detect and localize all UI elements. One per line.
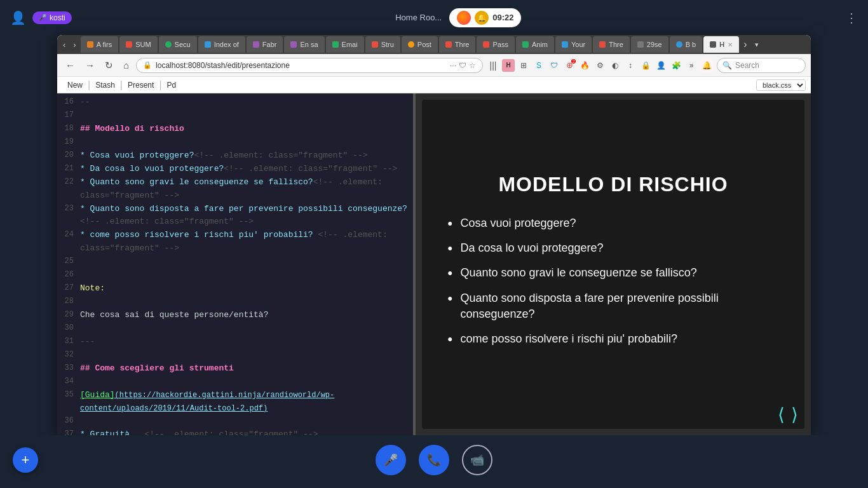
tab-sum[interactable]: SUM xyxy=(119,36,157,53)
add-button[interactable]: + xyxy=(13,447,38,473)
slide-next-button[interactable]: ⟩ xyxy=(791,406,798,424)
toggle-icon[interactable]: ◐ xyxy=(609,59,621,72)
tab-label: Thre xyxy=(455,41,470,48)
video-button[interactable]: 📹 xyxy=(462,445,492,475)
slide-prev-button[interactable]: ⟨ xyxy=(778,406,785,424)
bookmarks-icon[interactable]: ||| xyxy=(487,59,499,72)
grid-icon[interactable]: ⊞ xyxy=(517,59,530,72)
slide-content: MODELLO DI RISCHIO Cosa vuoi proteggere?… xyxy=(447,173,779,356)
tab-secu[interactable]: Secu xyxy=(159,36,197,53)
fire-icon[interactable]: 🔥 xyxy=(578,59,591,72)
tab-label: Stru xyxy=(381,41,394,48)
tab-more-button[interactable]: › xyxy=(740,37,750,51)
tab-close-icon[interactable]: ✕ xyxy=(728,41,733,48)
bookmark-icon[interactable]: 🛡 xyxy=(459,61,466,70)
home-button[interactable]: ⌂ xyxy=(120,58,132,72)
tab-favicon xyxy=(332,41,339,48)
tab-fabr[interactable]: Fabr xyxy=(247,36,283,53)
tab-forward-button[interactable]: › xyxy=(70,39,79,51)
tab-favicon xyxy=(445,41,452,48)
sync-icon[interactable]: ↕ xyxy=(624,59,637,72)
extensions-icon[interactable]: H xyxy=(502,59,515,72)
tab-h-active[interactable]: H ✕ xyxy=(703,36,739,53)
url-text[interactable]: localhost:8080/stash/edit/presentazione xyxy=(156,61,446,70)
tab-label: Fabr xyxy=(262,41,277,48)
code-line-30: 30 xyxy=(57,322,413,336)
code-line-25: 25 xyxy=(57,255,413,269)
tab-back-button[interactable]: ‹ xyxy=(60,39,69,51)
tab-pass[interactable]: Pass xyxy=(477,36,514,53)
tab-list-button[interactable]: ▾ xyxy=(752,39,762,50)
code-line-22: 22 * Quanto sono gravi le conseguenze se… xyxy=(57,176,413,203)
skype-icon[interactable]: S xyxy=(532,59,545,72)
menu-new[interactable]: New xyxy=(62,77,88,93)
lock-icon2[interactable]: 🔒 xyxy=(639,59,652,72)
slide-bullets: Cosa vuoi proteggere? Da cosa lo vuoi pr… xyxy=(447,215,779,347)
tab-favicon xyxy=(205,41,211,48)
star-icon[interactable]: ☆ xyxy=(469,61,476,70)
slide-bullet-2: Da cosa lo vuoi proteggere? xyxy=(447,240,779,256)
code-line-19: 19 xyxy=(57,136,413,149)
code-line-35: 35 [Guida](https://hackordie.gattini.nin… xyxy=(57,389,413,416)
slide-bullet-1: Cosa vuoi proteggere? xyxy=(447,215,779,231)
more-options-icon[interactable]: ⋮ xyxy=(845,10,858,25)
forward-button[interactable]: → xyxy=(82,58,98,72)
user-badge[interactable]: kosti xyxy=(32,11,72,24)
settings-icon[interactable]: ⚙ xyxy=(593,59,606,72)
addon-icon-red[interactable]: ⊕ 2 xyxy=(563,59,576,72)
code-editor[interactable]: 16 -- 17 18 ## Modello di rischio 19 20 … xyxy=(57,93,413,435)
code-line-31: 31 --- xyxy=(57,336,413,349)
menu-bar: New | Stash | Present | Pd black.css xyxy=(57,77,811,93)
tab-post[interactable]: Post xyxy=(402,36,438,53)
user-label: kosti xyxy=(50,13,65,22)
tab-favicon xyxy=(372,41,378,48)
tab-b[interactable]: B b xyxy=(670,36,703,53)
tab-en-sa[interactable]: En sa xyxy=(284,36,324,53)
more-icon: ··· xyxy=(450,61,456,70)
tab-favicon xyxy=(165,41,172,48)
tab-thre1[interactable]: Thre xyxy=(439,36,476,53)
menu-present[interactable]: Present xyxy=(123,77,159,93)
tab-your[interactable]: Your xyxy=(555,36,592,53)
tab-anim[interactable]: Anim xyxy=(516,36,554,53)
back-button[interactable]: ← xyxy=(62,58,78,72)
code-line-20: 20 * Cosa vuoi proteggere?<!-- .element:… xyxy=(57,149,413,163)
tab-emai[interactable]: Emai xyxy=(326,36,364,53)
mic-button[interactable]: 🎤 xyxy=(376,445,406,475)
menu-stash[interactable]: Stash xyxy=(90,77,120,93)
top-bar-center: Home Roo... 🔔 09:22 xyxy=(395,8,521,27)
tab-thre2[interactable]: Thre xyxy=(593,36,630,53)
theme-selector[interactable]: black.css xyxy=(756,79,806,91)
top-bar: 👤 kosti Home Roo... 🔔 09:22 ⋮ xyxy=(0,0,868,35)
code-line-29: 29 Che cosa sai di queste persone/entità… xyxy=(57,309,413,322)
video-icon: 📹 xyxy=(470,453,484,467)
tab-label: H xyxy=(719,41,724,48)
expand-icon[interactable]: » xyxy=(685,59,698,72)
code-line-26: 26 xyxy=(57,269,413,282)
shield-icon[interactable]: 🛡 xyxy=(548,59,560,72)
phone-button[interactable]: 📞 xyxy=(419,445,449,475)
refresh-button[interactable]: ↻ xyxy=(102,58,116,73)
tab-favicon xyxy=(253,41,259,48)
url-bar[interactable]: 🔒 localhost:8080/stash/edit/presentazion… xyxy=(136,58,483,73)
user-icon: 👤 xyxy=(10,10,26,25)
notification-badge[interactable]: 🔔 xyxy=(700,59,713,72)
person-icon[interactable]: 👤 xyxy=(654,59,667,72)
tab-favicon xyxy=(483,41,489,48)
slide-bullet-3: Quanto sono gravi le conseguenze se fall… xyxy=(447,265,779,281)
tab-favicon xyxy=(637,41,644,48)
tab-label: Thre xyxy=(609,41,623,48)
puzzle-icon[interactable]: 🧩 xyxy=(670,59,682,72)
search-bar[interactable]: 🔍 Search xyxy=(717,58,806,73)
tab-label: A firs xyxy=(97,41,112,48)
tab-stru[interactable]: Stru xyxy=(365,36,400,53)
code-line-21: 21 * Da cosa lo vuoi proteggere?<!-- .el… xyxy=(57,163,413,176)
code-line-24: 24 * come posso risolvere i rischi piu' … xyxy=(57,229,413,255)
tab-a-first[interactable]: A firs xyxy=(81,36,118,53)
toolbar-icons: ||| H ⊞ S 🛡 ⊕ 2 🔥 ⚙ ◐ ↕ 🔒 👤 🧩 » 🔔 xyxy=(487,59,713,72)
menu-pd[interactable]: Pd xyxy=(162,77,182,93)
tab-index[interactable]: Index of xyxy=(198,36,245,53)
code-line-18: 18 ## Modello di rischio xyxy=(57,123,413,136)
tab-29se[interactable]: 29se xyxy=(631,36,668,53)
tab-label: Pass xyxy=(492,41,508,48)
